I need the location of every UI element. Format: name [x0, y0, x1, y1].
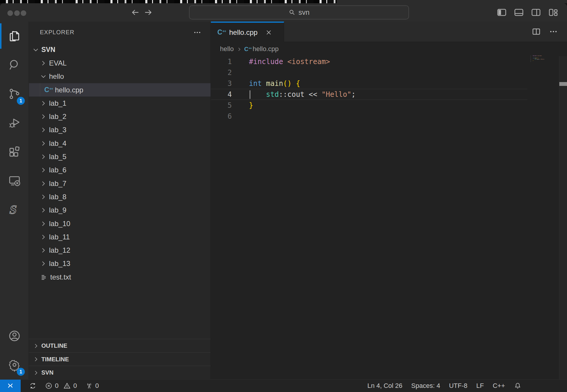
tree-item-lab_1[interactable]: lab_1	[29, 97, 211, 110]
pane-label: TIMELINE	[41, 356, 69, 363]
toggle-panel-button[interactable]	[513, 7, 524, 18]
language-mode[interactable]: C++	[493, 382, 505, 390]
code-line-6[interactable]: 6	[211, 111, 527, 122]
tree-item-label: lab_4	[49, 139, 66, 148]
minimap[interactable]: 1#include <iostream>23int main() {4 std:…	[529, 55, 559, 97]
toggle-primary-sidebar-button[interactable]	[496, 7, 507, 18]
settings-badge: 1	[17, 368, 25, 376]
tree-item-lab_2[interactable]: lab_2	[29, 110, 211, 123]
activity-bar-item-explorer[interactable]	[0, 22, 29, 50]
customize-layout-button[interactable]	[548, 7, 559, 18]
remote-indicator[interactable]	[0, 380, 21, 392]
tree-item-lab_11[interactable]: lab_11	[29, 230, 211, 244]
error-icon	[45, 382, 53, 390]
code-line-3[interactable]: 3int main() {	[211, 78, 527, 89]
navigate-back-button[interactable]	[130, 7, 141, 18]
explorer-icon	[8, 29, 21, 43]
tree-item-label: test.txt	[50, 273, 71, 281]
tree-item-lab_5[interactable]: lab_5	[29, 150, 211, 163]
activity-bar-item-run-and-debug[interactable]	[0, 108, 29, 137]
pane-header-outline[interactable]: OUTLINE	[29, 339, 211, 352]
tab-close-button[interactable]	[265, 28, 273, 37]
tree-item-lab_9[interactable]: lab_9	[29, 204, 211, 217]
activity-bar-item-search[interactable]	[0, 50, 29, 79]
sidebar-bottom-panes: OUTLINETIMELINESVN	[29, 339, 211, 379]
tree-item-hello[interactable]: hello	[29, 70, 211, 83]
activity-bar-item-accounts[interactable]	[0, 321, 29, 350]
code-line-1[interactable]: 1#include <iostream>	[211, 56, 527, 67]
breadcrumb-folder[interactable]: hello	[220, 45, 234, 53]
tree-item-lab_13[interactable]: lab_13	[29, 257, 211, 270]
notifications-bell-button[interactable]	[514, 382, 522, 390]
pane-header-svn[interactable]: SVN	[29, 366, 211, 379]
navigate-forward-button[interactable]	[143, 7, 154, 18]
cpp-file-icon: C++	[44, 86, 53, 93]
split-editor-button[interactable]	[531, 26, 542, 37]
tree-root-svn[interactable]: SVN	[29, 43, 211, 56]
pane-label: SVN	[41, 369, 53, 376]
svg-text:S: S	[8, 202, 18, 216]
breadcrumb-file[interactable]: hello.cpp	[252, 45, 278, 53]
line-number: 6	[211, 112, 232, 120]
extensions-icon	[8, 145, 21, 159]
editor-scrollbar[interactable]	[559, 56, 567, 379]
explorer-more-actions-button[interactable]	[193, 28, 202, 37]
chevron-right-icon	[40, 167, 47, 173]
tree-item-lab_8[interactable]: lab_8	[29, 190, 211, 203]
tree-item-label: lab_7	[49, 179, 66, 188]
activity-bar-item-remote-explorer[interactable]	[0, 166, 29, 195]
explorer-sidebar: EXPLORER SVNEVALhelloC++hello.cpplab_1la…	[29, 22, 211, 379]
activity-bar-item-source-control[interactable]: 1	[0, 79, 29, 108]
toggle-secondary-sidebar-button[interactable]	[530, 7, 542, 18]
cursor-position[interactable]: Ln 4, Col 26	[367, 382, 403, 390]
tab-hello-cpp[interactable]: C++ hello.cpp	[211, 22, 284, 42]
chevron-right-icon	[40, 247, 47, 254]
pane-header-timeline[interactable]: TIMELINE	[29, 352, 211, 366]
editor-actions	[531, 26, 559, 37]
editor-group: C++ hello.cpp hello	[211, 22, 567, 379]
tab-strip: C++ hello.cpp	[211, 22, 567, 42]
warning-icon	[63, 382, 71, 390]
line-number: 2	[211, 68, 232, 77]
tree-item-hello.cpp[interactable]: C++hello.cpp	[29, 83, 211, 97]
command-center-value: svn	[299, 8, 309, 17]
tree-item-EVAL[interactable]: EVAL	[29, 56, 211, 70]
code-line-4[interactable]: 4 std::cout << "Hello";	[211, 89, 527, 100]
tree-item-lab_3[interactable]: lab_3	[29, 123, 211, 137]
tree-item-label: lab_3	[49, 126, 66, 134]
ports-status[interactable]: 0	[85, 382, 99, 390]
tree-item-lab_10[interactable]: lab_10	[29, 217, 211, 230]
window-zoom-button[interactable]	[21, 10, 26, 16]
editor-more-actions-button[interactable]	[548, 26, 559, 37]
line-number: 5	[211, 101, 232, 110]
eol-setting[interactable]: LF	[476, 382, 484, 390]
sync-status[interactable]	[29, 382, 37, 390]
chevron-right-icon	[40, 100, 47, 107]
indentation-setting[interactable]: Spaces: 4	[411, 382, 440, 390]
svn-icon: S	[7, 202, 22, 217]
code-line-5[interactable]: 5}	[211, 100, 527, 111]
window-close-button[interactable]	[7, 10, 13, 16]
window-minimize-button[interactable]	[14, 10, 20, 16]
chevron-right-icon	[40, 260, 47, 267]
code-editor[interactable]: 1#include <iostream>23int main() {4 std:…	[211, 56, 527, 122]
file-tree: SVNEVALhelloC++hello.cpplab_1lab_2lab_3l…	[29, 43, 211, 284]
activity-bar-item-settings[interactable]: 1	[0, 350, 29, 379]
line-number: 1	[211, 58, 232, 66]
tree-item-lab_7[interactable]: lab_7	[29, 177, 211, 190]
scrollbar-thumb[interactable]	[559, 82, 567, 86]
command-center-search[interactable]: svn	[189, 5, 409, 19]
activity-bar-item-svn[interactable]: S	[0, 195, 29, 224]
encoding-setting[interactable]: UTF-8	[449, 382, 467, 390]
source-control-badge: 1	[17, 97, 25, 105]
tree-item-lab_4[interactable]: lab_4	[29, 137, 211, 150]
tree-item-lab_12[interactable]: lab_12	[29, 244, 211, 257]
activity-bar-item-extensions[interactable]	[0, 137, 29, 166]
problems-status[interactable]: 0 0	[45, 382, 77, 390]
line-number: 4	[211, 90, 232, 99]
tree-item-test.txt[interactable]: test.txt	[29, 270, 211, 284]
code-line-2[interactable]: 2	[211, 67, 527, 78]
error-count: 0	[55, 382, 58, 390]
tree-item-lab_6[interactable]: lab_6	[29, 164, 211, 177]
panel-left-icon	[496, 7, 507, 18]
